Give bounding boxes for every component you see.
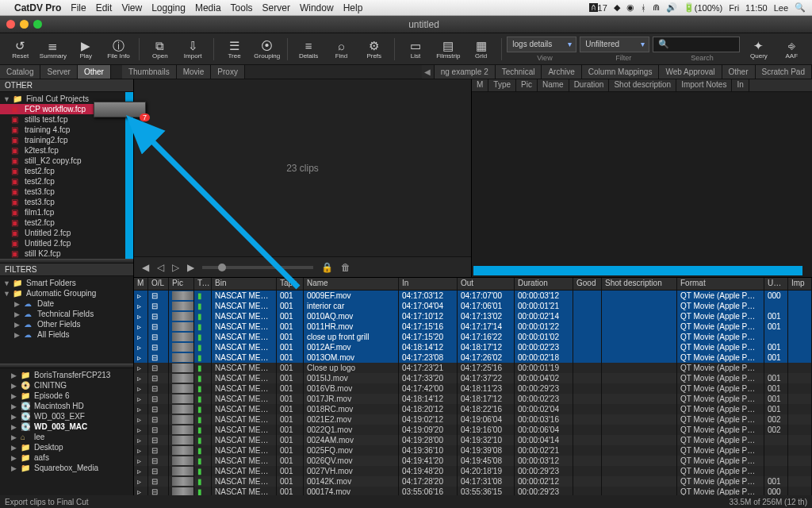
tb-find[interactable]: ⌕Find bbox=[326, 35, 357, 64]
col-bin[interactable]: Bin bbox=[212, 278, 277, 290]
volume-item[interactable]: ▶📁Desktop bbox=[0, 442, 133, 452]
volume-item[interactable]: ▶📁Episode 6 bbox=[0, 391, 133, 401]
tab-scratch pad[interactable]: Scratch Pad bbox=[756, 65, 812, 79]
next-page-button[interactable]: ▶ bbox=[187, 262, 194, 273]
col-type[interactable]: Type bbox=[194, 278, 212, 290]
tab-column mappings[interactable]: Column Mappings bbox=[582, 65, 660, 79]
filter-item[interactable]: ▼📁Automatic Grouping bbox=[0, 288, 133, 298]
table-row[interactable]: ▹ ⊟ ▮ NASCAT MED… 001 0022Q1.mov 04:19:0… bbox=[134, 425, 812, 435]
tab-ng example 2[interactable]: ng example 2 bbox=[435, 65, 496, 79]
table-row[interactable]: ▹ ⊟ ▮ NASCAT MED… 001 0018RC.mov 04:18:2… bbox=[134, 404, 812, 414]
tree-item[interactable]: ▣test2.fcp bbox=[0, 166, 133, 176]
tree-item[interactable]: ▣Untitled 2.fcp bbox=[0, 228, 133, 238]
filter-item[interactable]: ▶☁Technical Fields bbox=[0, 309, 133, 319]
minimize-button[interactable] bbox=[20, 20, 29, 29]
menu-tools[interactable]: Tools bbox=[231, 2, 253, 13]
tree-item[interactable]: ▣test3.fcp bbox=[0, 197, 133, 207]
tree-item[interactable]: ▣film1.fcp bbox=[0, 207, 133, 217]
volume-item[interactable]: ▶📁BorisTransferFCP213 bbox=[0, 370, 133, 380]
prev-page-button[interactable]: ◀ bbox=[142, 262, 149, 273]
zoom-slider[interactable] bbox=[202, 266, 313, 269]
col-out[interactable]: Out bbox=[458, 278, 515, 290]
table-row[interactable]: ▹ ⊟ ▮ NASCAT MED… 001 0027VH.mov 04:19:4… bbox=[134, 466, 812, 476]
ur-col-m[interactable]: M bbox=[472, 79, 488, 91]
trash-icon[interactable]: 🗑 bbox=[341, 262, 350, 273]
menu-logging[interactable]: Logging bbox=[151, 2, 186, 13]
col-o-l[interactable]: O/L bbox=[148, 278, 169, 290]
table-row[interactable]: ▹ ⊟ ▮ NASCAT MED… 001 0021E2.mov 04:19:0… bbox=[134, 414, 812, 425]
ur-col-import notes[interactable]: Import Notes bbox=[676, 79, 732, 91]
tab-thumbnails[interactable]: Thumbnails bbox=[122, 65, 177, 79]
tb-summary[interactable]: ≣Summary bbox=[37, 35, 68, 64]
tb-filmstrip[interactable]: ▤Filmstrip bbox=[433, 35, 464, 64]
tb-details[interactable]: ≡Details bbox=[293, 35, 324, 64]
col-name[interactable]: Name bbox=[304, 278, 399, 290]
spotlight-icon[interactable]: 🔍 bbox=[795, 2, 806, 13]
close-button[interactable] bbox=[6, 20, 15, 29]
col-m[interactable]: M bbox=[134, 278, 148, 290]
search-input[interactable]: 🔍 bbox=[653, 37, 740, 52]
table-row[interactable]: ▹ ⊟ ▮ NASCAT MED… 001 0024AM.mov 04:19:2… bbox=[134, 435, 812, 445]
volume-item[interactable]: ▶💽Macintosh HD bbox=[0, 401, 133, 411]
menu-file[interactable]: File bbox=[71, 2, 86, 13]
ur-col-pic[interactable]: Pic bbox=[516, 79, 538, 91]
zoom-button[interactable] bbox=[33, 20, 42, 29]
table-row[interactable]: ▹ ⊟ ▮ NASCAT MED… 001 0015IJ.mov 04:17:3… bbox=[134, 373, 812, 383]
col-in[interactable]: In bbox=[399, 278, 458, 290]
table-row[interactable]: ▹ ⊟ ▮ NASCAT MED… 001 0009EF.mov 04:17:0… bbox=[134, 291, 812, 301]
table-row[interactable]: ▹ ⊟ ▮ NASCAT MED… 001 000174.mov 03:55:0… bbox=[134, 487, 812, 495]
tb-play[interactable]: ▶Play bbox=[71, 35, 102, 64]
app-name[interactable]: CatDV Pro bbox=[14, 2, 61, 13]
col-duration[interactable]: Duration bbox=[515, 278, 573, 290]
volume-item[interactable]: ▶💽WD_003_MAC bbox=[0, 421, 133, 432]
filter-item[interactable]: ▶☁Date bbox=[0, 298, 133, 309]
ur-col-in[interactable]: In bbox=[732, 79, 749, 91]
tb-grid[interactable]: ▦Grid bbox=[465, 35, 496, 64]
view-select[interactable]: logs details bbox=[507, 37, 576, 52]
tab-technical[interactable]: Technical bbox=[496, 65, 542, 79]
volume-item[interactable]: ▶💽WD_003_EXF bbox=[0, 411, 133, 421]
tree-item[interactable]: ▣still_K2 copy.fcp bbox=[0, 156, 133, 166]
table-row[interactable]: ▹ ⊟ ▮ NASCAT MED… 001 Close up logo 04:1… bbox=[134, 363, 812, 373]
table-row[interactable]: ▹ ⊟ ▮ NASCAT MED… 001 0013OM.mov 04:17:2… bbox=[134, 352, 812, 363]
tree-item[interactable]: ▣training2.fcp bbox=[0, 135, 133, 145]
tb-list[interactable]: ▭List bbox=[400, 35, 431, 64]
tab-archive[interactable]: Archive bbox=[542, 65, 581, 79]
aaf-button[interactable]: ⎆AAF bbox=[776, 35, 807, 64]
tb-open[interactable]: ⧉Open bbox=[144, 35, 175, 64]
col-used[interactable]: Used bbox=[764, 278, 788, 290]
table-row[interactable]: ▹ ⊟ ▮ NASCAT MED… 001 0016VB.mov 04:17:4… bbox=[134, 383, 812, 394]
volume-item[interactable]: ▶📁aafs bbox=[0, 452, 133, 463]
tab-web approval[interactable]: Web Approval bbox=[659, 65, 722, 79]
lock-icon[interactable]: 🔒 bbox=[321, 262, 333, 273]
ur-col-shot description[interactable]: Shot description bbox=[609, 79, 676, 91]
next-button[interactable]: ▷ bbox=[172, 262, 179, 273]
filter-item[interactable]: ▶☁Other Fields bbox=[0, 319, 133, 329]
ur-col-name[interactable]: Name bbox=[538, 79, 569, 91]
table-row[interactable]: ▹ ⊟ ▮ NASCAT MED… 001 0011HR.mov 04:17:1… bbox=[134, 321, 812, 332]
prev-button[interactable]: ◁ bbox=[157, 262, 164, 273]
tree-item[interactable]: ▣training 4.fcp bbox=[0, 125, 133, 135]
col-good[interactable]: Good bbox=[573, 278, 602, 290]
table-row[interactable]: ▹ ⊟ ▮ NASCAT MED… 001 0012AF.mov 04:18:1… bbox=[134, 342, 812, 352]
col-format[interactable]: Format bbox=[677, 278, 764, 290]
volume-item[interactable]: ▶⌂lee bbox=[0, 432, 133, 442]
tb-file info[interactable]: ⓘFile Info bbox=[103, 35, 134, 64]
menu-edit[interactable]: Edit bbox=[96, 2, 113, 13]
table-row[interactable]: ▹ ⊟ ▮ NASCAT MED… 001 0026QV.mov 04:19:4… bbox=[134, 456, 812, 466]
menu-window[interactable]: Window bbox=[300, 2, 334, 13]
traffic-lights[interactable] bbox=[6, 20, 42, 29]
table-row[interactable]: ▹ ⊟ ▮ NASCAT MED… 001 interior car 04:17… bbox=[134, 301, 812, 311]
tb-tree[interactable]: ☰Tree bbox=[219, 35, 250, 64]
volume-item[interactable]: ▶📀CINITNG bbox=[0, 380, 133, 391]
tb-import[interactable]: ⇩Import bbox=[178, 35, 209, 64]
tabs-prev[interactable]: ◀ bbox=[422, 65, 435, 79]
tab-movie[interactable]: Movie bbox=[177, 65, 212, 79]
tab-other[interactable]: Other bbox=[722, 65, 756, 79]
metadata-scrollbar-h[interactable] bbox=[473, 266, 802, 275]
tab-proxy[interactable]: Proxy bbox=[211, 65, 245, 79]
tree-item[interactable]: ▣Untitled 2.fcp bbox=[0, 238, 133, 248]
ur-col-duration[interactable]: Duration bbox=[569, 79, 610, 91]
col-pic[interactable]: Pic bbox=[169, 278, 194, 290]
table-row[interactable]: ▹ ⊟ ▮ NASCAT MED… 001 0017JR.mov 04:18:1… bbox=[134, 394, 812, 404]
